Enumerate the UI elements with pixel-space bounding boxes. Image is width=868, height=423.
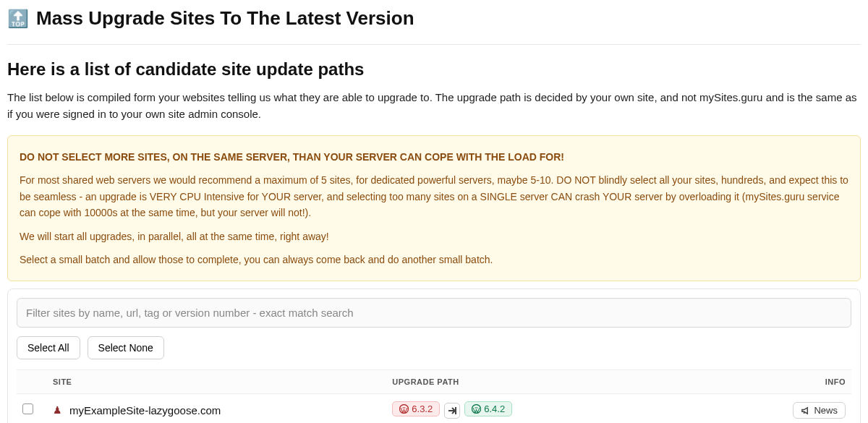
header-info: INFO	[638, 370, 851, 394]
alert-headline: DO NOT SELECT MORE SITES, ON THE SAME SE…	[20, 149, 848, 165]
page-title-row: 🔝 Mass Upgrade Sites To The Latest Versi…	[7, 7, 861, 30]
select-none-button[interactable]: Select None	[88, 336, 164, 359]
site-name[interactable]: myExampleSite-lazygoose.com	[69, 404, 221, 416]
intro-text: The list below is compiled form your web…	[7, 90, 861, 122]
wordpress-icon	[399, 404, 409, 414]
alert-paragraph: For most shared web servers we would rec…	[20, 172, 848, 221]
megaphone-icon	[801, 406, 810, 415]
version-from-badge: 6.3.2	[392, 401, 440, 416]
chess-pawn-icon: ♟	[53, 404, 62, 416]
sites-table: SITE UPGRADE PATH INFO ♟myExampleSite-la…	[17, 369, 851, 423]
news-button[interactable]: News	[793, 402, 846, 419]
version-to-badge: 6.4.2	[464, 401, 512, 416]
header-upgrade-path: UPGRADE PATH	[386, 370, 638, 394]
header-checkbox	[17, 370, 47, 394]
alert-paragraph: We will start all upgrades, in parallel,…	[20, 228, 848, 244]
news-label: News	[814, 405, 838, 416]
divider	[7, 44, 861, 45]
sites-panel: Select All Select None SITE UPGRADE PATH…	[7, 289, 861, 423]
alert-paragraph: Select a small batch and allow those to …	[20, 252, 848, 268]
page-title: Mass Upgrade Sites To The Latest Version	[36, 7, 414, 30]
select-all-button[interactable]: Select All	[17, 336, 80, 359]
section-heading: Here is a list of candidate site update …	[7, 59, 861, 80]
arrow-right-icon	[444, 403, 460, 419]
upgrade-icon: 🔝	[7, 9, 29, 29]
select-button-row: Select All Select None	[17, 336, 851, 359]
filter-input[interactable]	[17, 298, 851, 328]
row-checkbox[interactable]	[22, 403, 33, 414]
wordpress-icon	[472, 404, 481, 414]
header-site: SITE	[47, 370, 386, 394]
warning-alert: DO NOT SELECT MORE SITES, ON THE SAME SE…	[7, 135, 861, 281]
table-row: ♟myExampleSite-lazygoose.com 6.3.2 6.4.2…	[17, 394, 851, 423]
